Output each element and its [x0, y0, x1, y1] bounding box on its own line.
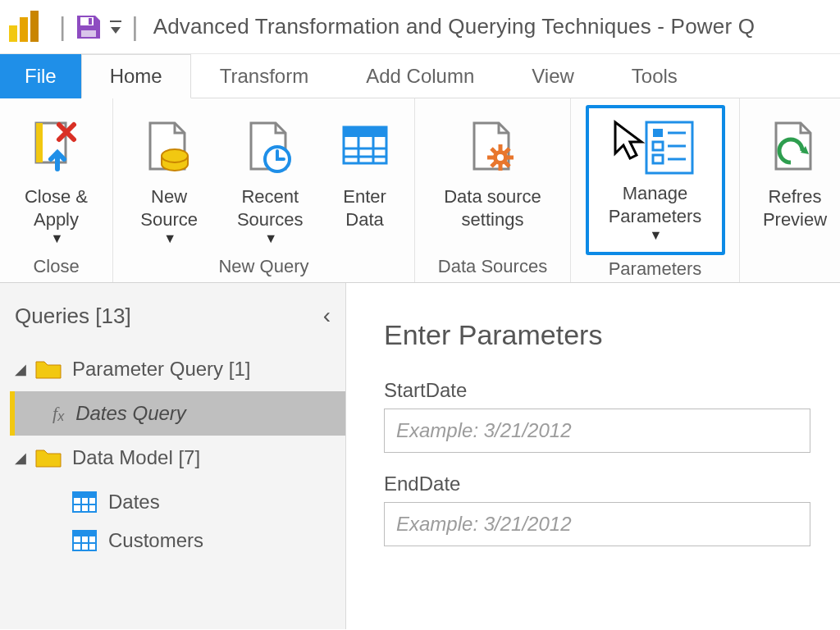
expand-collapse-icon[interactable]: ◢ — [15, 449, 34, 467]
recent-sources-button[interactable]: Recent Sources▼ — [220, 105, 320, 250]
enter-data-icon — [339, 108, 391, 185]
svg-rect-5 — [89, 18, 92, 25]
refresh-preview-button[interactable]: Refres Preview — [750, 105, 840, 234]
enter-data-label: Enter Data — [343, 185, 386, 231]
enter-data-button[interactable]: Enter Data — [325, 105, 404, 234]
separator-icon: | — [123, 11, 146, 42]
tree-group-data-model[interactable]: ◢ Data Model [7] — [10, 436, 345, 480]
startdate-label: StartDate — [384, 379, 840, 402]
ribbon-group-query: Refres Preview — [740, 98, 840, 282]
table-icon — [72, 530, 97, 551]
svg-rect-37 — [73, 531, 96, 536]
tab-view-label: View — [532, 65, 574, 88]
close-apply-label: Close & Apply — [25, 185, 88, 231]
group-label-data-sources: Data Sources — [425, 253, 560, 279]
group-label-parameters: Parameters — [581, 255, 729, 281]
startdate-input[interactable] — [384, 409, 810, 453]
tab-add-column[interactable]: Add Column — [337, 54, 503, 98]
table-icon — [72, 491, 97, 513]
save-button[interactable] — [74, 12, 103, 42]
new-source-button[interactable]: New Source▼ — [123, 105, 215, 250]
folder-icon — [34, 447, 62, 468]
title-bar: | | Advanced Transformation and Querying… — [0, 0, 840, 54]
dropdown-caret-icon: ▼ — [49, 231, 64, 247]
close-and-apply-button[interactable]: Close & Apply▼ — [10, 105, 103, 250]
ribbon: Close & Apply▼ Close New Source▼ — [0, 98, 840, 283]
tree-item-label: Dates — [108, 491, 160, 514]
recent-sources-label: Recent Sources — [237, 185, 304, 231]
tab-file[interactable]: File — [0, 54, 81, 98]
svg-rect-4 — [81, 30, 96, 37]
svg-rect-2 — [30, 11, 39, 42]
ribbon-group-close: Close & Apply▼ Close — [0, 98, 113, 282]
dropdown-caret-icon: ▼ — [162, 231, 176, 247]
data-source-settings-button[interactable]: Data source settings — [425, 105, 560, 234]
enddate-label: EndDate — [384, 472, 840, 495]
content-area: Queries [13] ‹ ◢ Parameter Query [1] fx … — [0, 283, 840, 629]
svg-point-23 — [497, 154, 504, 161]
dropdown-caret-icon: ▼ — [648, 227, 663, 244]
ribbon-tabstrip: File Home Transform Add Column View Tool… — [0, 54, 840, 98]
ribbon-group-data-sources: Data source settings Data Sources — [415, 98, 571, 282]
tree-item-dates-query[interactable]: fx Dates Query — [10, 391, 345, 436]
data-source-settings-icon — [464, 108, 522, 185]
svg-rect-8 — [36, 123, 43, 162]
manage-parameters-icon — [610, 116, 701, 182]
svg-rect-32 — [73, 492, 96, 498]
enddate-input[interactable] — [384, 502, 810, 546]
folder-icon — [34, 358, 62, 380]
new-source-label: New Source — [140, 185, 198, 231]
tree-item-customers[interactable]: Customers — [10, 524, 345, 557]
close-apply-icon — [30, 108, 84, 185]
queries-tree: ◢ Parameter Query [1] fx Dates Query ◢ D… — [10, 347, 345, 557]
manage-parameters-button[interactable]: Manage Parameters▼ — [586, 105, 725, 255]
ribbon-group-new-query: New Source▼ Recent Sources▼ — [113, 98, 415, 282]
tab-tools[interactable]: Tools — [603, 54, 706, 98]
tree-item-label: Dates Query — [75, 402, 186, 425]
tree-group-label: Parameter Query [1] — [72, 358, 250, 381]
group-label-new-query: New Query — [123, 253, 404, 279]
form-title: Enter Parameters — [384, 319, 840, 351]
tab-transform[interactable]: Transform — [191, 54, 337, 98]
tree-item-dates[interactable]: Dates — [10, 480, 345, 524]
recent-sources-icon — [241, 108, 299, 185]
group-label-query — [750, 253, 840, 279]
tab-file-label: File — [25, 65, 57, 88]
tab-tools-label: Tools — [632, 65, 678, 88]
tab-add-column-label: Add Column — [366, 65, 474, 88]
refresh-preview-icon — [766, 108, 824, 185]
function-icon: fx — [52, 403, 64, 424]
app-icon — [7, 11, 43, 43]
tree-group-label: Data Model [7] — [72, 446, 200, 469]
svg-rect-0 — [9, 25, 17, 42]
tab-transform-label: Transform — [220, 65, 308, 88]
group-label-close: Close — [10, 253, 103, 279]
queries-pane: Queries [13] ‹ ◢ Parameter Query [1] fx … — [0, 283, 346, 629]
queries-header-label: Queries [13] — [15, 304, 131, 329]
expand-collapse-icon[interactable]: ◢ — [15, 360, 34, 378]
refresh-preview-label: Refres Preview — [763, 185, 827, 231]
field-enddate: EndDate — [384, 472, 840, 546]
customize-qat-dropdown[interactable] — [103, 17, 123, 39]
tree-item-label: Customers — [108, 529, 203, 552]
tab-home[interactable]: Home — [81, 54, 191, 98]
tab-view[interactable]: View — [503, 54, 603, 98]
enter-parameters-form: Enter Parameters StartDate EndDate — [346, 283, 840, 629]
new-source-icon — [140, 108, 198, 185]
window-title: Advanced Transformation and Querying Tec… — [153, 14, 756, 39]
field-startdate: StartDate — [384, 379, 840, 453]
svg-rect-13 — [344, 127, 386, 137]
dropdown-caret-icon: ▼ — [262, 231, 277, 247]
manage-parameters-label: Manage Parameters — [609, 182, 702, 227]
tab-home-label: Home — [110, 65, 162, 88]
separator-icon: | — [51, 11, 74, 42]
ribbon-group-parameters: Manage Parameters▼ Parameters — [571, 98, 740, 282]
queries-pane-header: Queries [13] ‹ — [10, 293, 345, 347]
data-source-settings-label: Data source settings — [444, 185, 541, 231]
svg-rect-25 — [653, 129, 663, 137]
collapse-pane-icon[interactable]: ‹ — [323, 303, 331, 329]
tree-group-parameter-query[interactable]: ◢ Parameter Query [1] — [10, 347, 345, 391]
svg-rect-1 — [20, 17, 28, 42]
svg-rect-6 — [110, 21, 121, 22]
